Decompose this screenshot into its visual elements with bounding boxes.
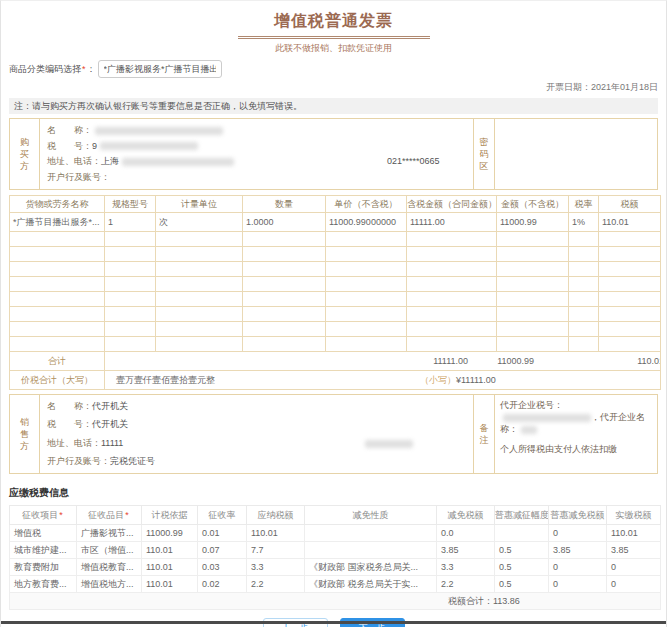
seller-info: 名 称：代开机关 税 号：代开机关 地址、电话：11111 开户行及账号：完税凭…	[40, 395, 473, 473]
total-tax-included: 11111.00	[380, 356, 468, 366]
items-empty-cell	[243, 292, 326, 307]
tax-cell	[305, 525, 437, 542]
invoice-subtitle: 此联不做报销、扣款凭证使用	[1, 42, 666, 55]
items-empty-cell	[599, 247, 661, 262]
seller-side-label: 销 售 方	[10, 395, 40, 473]
items-empty-cell	[243, 247, 326, 262]
items-header-cell: 货物或劳务名称	[10, 196, 105, 213]
remark-content: 代开企业税号：，代开企业名称： 个人所得税由支付人依法扣缴	[495, 395, 657, 473]
tax-cell: 广播影视节...	[77, 525, 142, 542]
grand-total-values: 壹万壹仟壹佰壹拾壹元整 （小写）¥11111.00	[105, 371, 661, 390]
tax-cell: 市区（增值...	[77, 542, 142, 559]
items-empty-cell	[156, 307, 243, 322]
buyer-section: 购 买 方 名 称： 税 号：9 地址、电话：上海 021*****0665 开…	[9, 118, 658, 190]
grand-total-row: 价税合计（大写） 壹万壹仟壹佰壹拾壹元整 （小写）¥11111.00	[10, 371, 661, 390]
buyer-taxno-line: 税 号：9	[47, 141, 473, 152]
items-empty-cell	[497, 232, 569, 247]
redacted-buyer-taxno	[100, 142, 198, 150]
tax-cell: 0.5	[495, 559, 549, 576]
category-selector-row: 商品分类编码选择*：	[1, 60, 666, 78]
items-empty-cell	[497, 247, 569, 262]
items-header-cell: 金额（不含税）	[497, 196, 569, 213]
items-empty-cell	[569, 292, 599, 307]
tax-cell: 0	[549, 559, 607, 576]
items-empty-cell	[105, 262, 156, 277]
items-empty-cell	[326, 337, 407, 352]
seller-section: 销 售 方 名 称：代开机关 税 号：代开机关 地址、电话：11111 开户行及…	[9, 394, 658, 474]
tax-cell: 城市维护建...	[10, 542, 77, 559]
tax-cell: 7.7	[247, 542, 305, 559]
items-empty-cell	[326, 232, 407, 247]
items-empty-cell	[407, 322, 497, 337]
items-empty-cell	[243, 337, 326, 352]
items-empty-cell	[326, 262, 407, 277]
items-empty-cell	[326, 322, 407, 337]
category-code-input[interactable]	[98, 60, 222, 78]
redacted-agency-name	[521, 426, 537, 434]
tax-header-row: 征收项目*征收品目*计税依据征收率应纳税额减免性质减免税额普惠减征幅度普惠减免税…	[10, 506, 661, 525]
buyer-address-label: 地址、电话：	[47, 156, 101, 166]
page-title: 增值税普通发票	[1, 11, 666, 32]
items-empty-cell	[10, 262, 105, 277]
items-header-cell: 规格型号	[105, 196, 156, 213]
items-empty-cell	[243, 322, 326, 337]
tax-cell: 《财政部 税务总局关于实...	[305, 576, 437, 593]
items-empty-cell	[243, 232, 326, 247]
items-header-cell: 数量	[243, 196, 326, 213]
seller-name-value: 代开机关	[92, 401, 128, 411]
tax-header-cell: 减免税额	[437, 506, 495, 525]
required-asterisk: *	[58, 510, 64, 520]
items-total-row: 合计 11111.00 11000.99 110.01	[10, 352, 661, 371]
seller-taxno-value: 代开机关	[92, 419, 128, 429]
items-empty-cell	[326, 307, 407, 322]
password-area-label: 密 码 区	[473, 119, 495, 189]
tax-cell: 110.01	[247, 525, 305, 542]
items-empty-cell	[156, 277, 243, 292]
items-empty-cell	[407, 247, 497, 262]
items-empty-cell	[497, 307, 569, 322]
tax-cell: 3.3	[437, 559, 495, 576]
category-selector-label: 商品分类编码选择*：	[9, 63, 96, 76]
seller-name-line: 名 称：代开机关	[47, 401, 473, 412]
items-empty-cell	[407, 307, 497, 322]
items-total-label: 合计	[10, 352, 105, 371]
password-area	[495, 119, 657, 189]
grand-total-uppercase: 壹万壹仟壹佰壹拾壹元整	[108, 375, 215, 385]
items-cell: 1	[105, 213, 156, 232]
buyer-info: 名 称： 税 号：9 地址、电话：上海 021*****0665 开户行及账号：	[40, 119, 473, 189]
items-empty-cell	[10, 247, 105, 262]
tax-header-cell: 普惠减免税额	[549, 506, 607, 525]
items-header-cell: 单价（不含税）	[326, 196, 407, 213]
tax-cell: 0.07	[198, 542, 247, 559]
items-empty-cell	[569, 337, 599, 352]
items-cell: 1%	[569, 213, 599, 232]
tax-section-title: 应缴税费信息	[9, 486, 658, 500]
items-empty-cell	[105, 292, 156, 307]
seller-taxno-label: 税 号：	[47, 419, 92, 429]
buyer-side-label: 购 买 方	[10, 119, 40, 189]
items-empty-cell	[497, 322, 569, 337]
items-empty-cell	[156, 337, 243, 352]
items-empty-cell	[326, 292, 407, 307]
tax-cell: 3.3	[247, 559, 305, 576]
remark-withholding-line: 个人所得税由支付人依法扣缴	[500, 443, 652, 455]
items-empty-cell	[407, 232, 497, 247]
items-empty-cell	[326, 277, 407, 292]
items-empty-cell	[105, 307, 156, 322]
items-empty-cell	[105, 232, 156, 247]
items-empty-cell	[569, 307, 599, 322]
total-tax: 110.01	[594, 356, 661, 366]
redacted-buyer-address	[122, 158, 234, 166]
seller-address-line: 地址、电话：11111	[47, 438, 473, 449]
items-empty-cell	[156, 292, 243, 307]
items-empty-cell	[243, 277, 326, 292]
items-cell: 11000.99000000	[326, 213, 407, 232]
seller-bank-label: 开户行及账号：	[47, 456, 110, 466]
tax-header-cell: 普惠减征幅度	[495, 506, 549, 525]
items-empty-row	[10, 232, 661, 247]
items-empty-cell	[497, 292, 569, 307]
items-empty-cell	[497, 262, 569, 277]
redacted-buyer-name	[95, 127, 223, 135]
items-empty-cell	[10, 307, 105, 322]
items-table: 货物或劳务名称规格型号计量单位数量单价（不含税）含税金额（合同金额）金额（不含税…	[9, 195, 661, 390]
